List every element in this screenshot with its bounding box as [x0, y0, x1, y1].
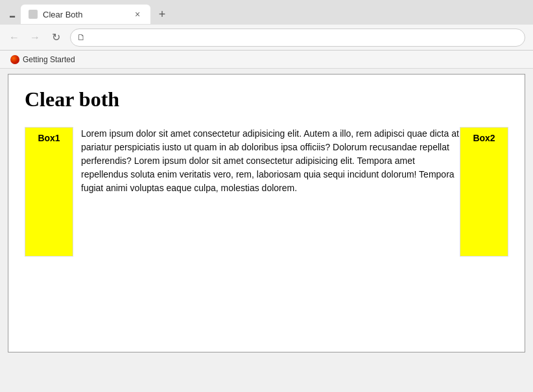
tab-close-button[interactable]: ×: [132, 9, 143, 19]
box1: Box1: [25, 127, 73, 257]
bookmark-getting-started[interactable]: Getting Started: [5, 54, 80, 65]
nav-bar: ← → ↻ 🗋: [0, 25, 533, 51]
window-minimize-button[interactable]: 🗕: [5, 7, 19, 21]
forward-button[interactable]: →: [26, 29, 44, 47]
new-tab-button[interactable]: +: [153, 5, 171, 23]
bookmark-favicon-icon: [10, 55, 19, 64]
reload-button[interactable]: ↻: [47, 29, 65, 47]
page-heading: Clear both: [25, 87, 508, 111]
address-bar-page-icon: 🗋: [77, 32, 86, 42]
bookmark-label: Getting Started: [23, 55, 75, 64]
browser-tab-active[interactable]: Clear Both ×: [21, 5, 150, 24]
back-button[interactable]: ←: [5, 29, 23, 47]
tab-title: Clear Both: [43, 10, 127, 19]
browser-chrome: 🗕 Clear Both × + ← → ↻ 🗋 Getting Started: [0, 0, 533, 69]
address-bar[interactable]: 🗋: [70, 29, 525, 47]
tab-favicon-icon: [29, 10, 38, 19]
page-content: Clear both Box1 Box2 Lorem ipsum dolor s…: [8, 74, 525, 352]
box1-label: Box1: [38, 133, 60, 143]
box2-label: Box2: [473, 133, 495, 143]
bookmarks-bar: Getting Started: [0, 51, 533, 69]
demo-area: Box1 Box2 Lorem ipsum dolor sit amet con…: [25, 127, 508, 257]
box2: Box2: [460, 127, 508, 257]
lorem-text: Lorem ipsum dolor sit amet consectetur a…: [81, 127, 460, 195]
tab-bar: 🗕 Clear Both × +: [0, 0, 533, 25]
